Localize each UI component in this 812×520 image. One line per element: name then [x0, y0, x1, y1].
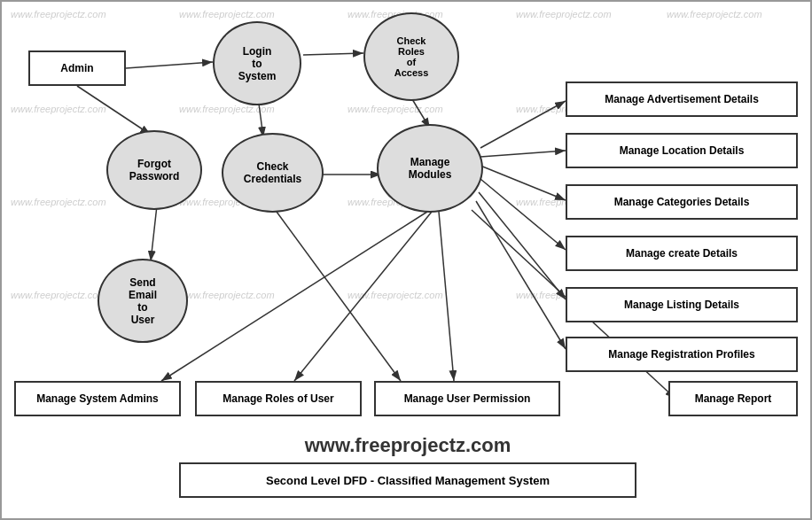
svg-line-2 — [303, 53, 363, 55]
svg-line-1 — [126, 62, 213, 68]
diagram-container: www.freeprojectz.com www.freeprojectz.co… — [0, 0, 812, 520]
manage-advertisement-node: Manage Advertisement Details — [566, 81, 798, 117]
svg-line-12 — [479, 192, 566, 299]
manage-roles-node: Manage Roles of User — [195, 381, 362, 416]
diagram-title: Second Level DFD - Classified Management… — [179, 462, 636, 498]
svg-line-8 — [480, 101, 566, 148]
watermark: www.freeprojectz.com — [179, 290, 275, 300]
svg-line-15 — [161, 212, 427, 381]
svg-line-18 — [277, 212, 401, 381]
svg-line-17 — [439, 212, 454, 381]
watermark: www.freeprojectz.com — [11, 104, 106, 114]
manage-system-admins-node: Manage System Admins — [14, 381, 181, 416]
watermark: www.freeprojectz.com — [11, 197, 106, 207]
svg-line-5 — [259, 104, 263, 137]
svg-line-9 — [480, 151, 566, 157]
check-roles-node: Check Roles of Access — [363, 12, 459, 101]
svg-line-7 — [151, 206, 157, 261]
manage-user-permission-node: Manage User Permission — [374, 381, 560, 416]
admin-node: Admin — [28, 50, 126, 86]
watermark: www.freeprojectz.com — [347, 290, 443, 300]
svg-line-4 — [77, 86, 151, 135]
manage-categories-node: Manage Categories Details — [566, 184, 798, 220]
website-label: www.freeprojectz.com — [2, 434, 812, 457]
svg-line-16 — [294, 212, 432, 381]
forgot-password-node: Forgot Password — [106, 130, 202, 210]
send-email-node: Send Email to User — [98, 259, 188, 343]
manage-report-node: Manage Report — [668, 381, 798, 416]
check-credentials-node: Check Credentials — [222, 133, 324, 213]
watermark: www.freeprojectz.com — [516, 9, 612, 19]
watermark: www.freeprojectz.com — [347, 104, 443, 114]
svg-line-10 — [480, 166, 566, 200]
svg-line-11 — [480, 179, 566, 250]
manage-registration-node: Manage Registration Profiles — [566, 337, 798, 372]
manage-create-node: Manage create Details — [566, 236, 798, 271]
watermark: www.freeprojectz.com — [11, 290, 106, 300]
login-node: Login to System — [213, 21, 301, 105]
manage-modules-node: Manage Modules — [377, 124, 483, 213]
watermark: www.freeprojectz.com — [179, 9, 275, 19]
watermark: www.freeprojectz.com — [11, 9, 106, 19]
manage-location-node: Manage Location Details — [566, 133, 798, 168]
manage-listing-node: Manage Listing Details — [566, 287, 798, 322]
svg-line-13 — [476, 201, 566, 349]
watermark: www.freeprojectz.com — [667, 9, 762, 19]
